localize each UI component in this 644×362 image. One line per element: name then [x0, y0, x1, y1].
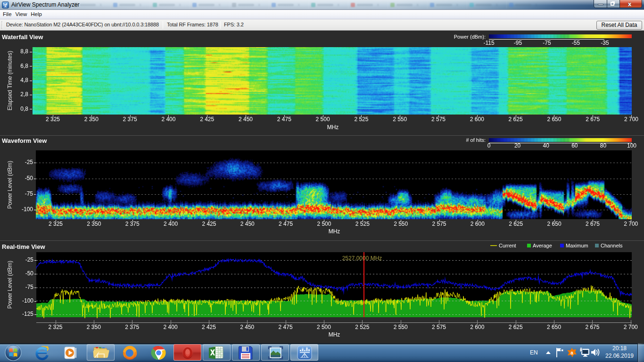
- svg-text:a: a: [570, 350, 573, 355]
